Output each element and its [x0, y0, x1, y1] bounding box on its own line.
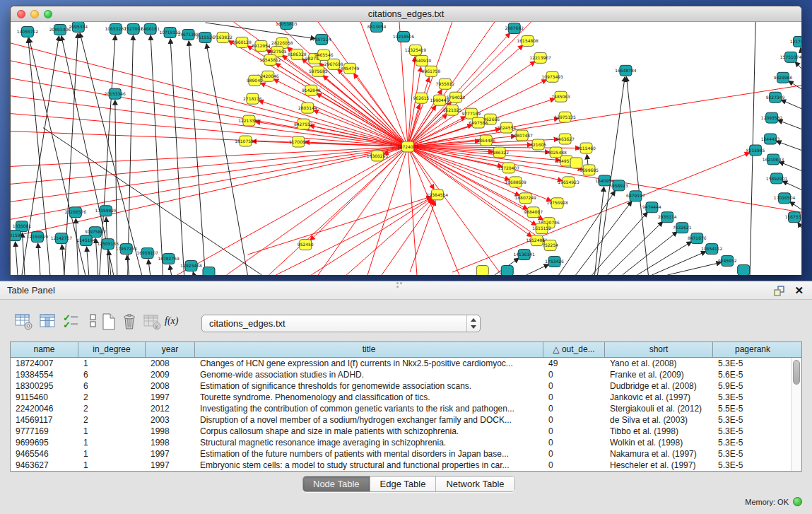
table-row[interactable]: 946362711997Embryonic stem cells: a mode… [11, 460, 801, 471]
float-panel-icon[interactable] [773, 285, 786, 297]
graph-edge [170, 39, 184, 275]
graph-edge [779, 162, 801, 171]
graph-node-label: 6879197 [626, 194, 645, 199]
graph-node-label: 14055712 [17, 29, 39, 34]
column-header[interactable]: short [605, 342, 713, 357]
vertical-scrollbar[interactable] [791, 358, 801, 471]
graph-node-label: 2935114 [658, 214, 677, 219]
table-mode-icon[interactable] [14, 312, 34, 332]
graph-node-label: 10973493 [541, 74, 563, 79]
graph-edge [777, 120, 801, 129]
graph-node-label: 16543812 [259, 57, 281, 62]
table-row[interactable]: 1938455462009Genome-wide association stu… [11, 369, 801, 380]
table-row[interactable]: 977716911998Corpus callosum shape and si… [11, 426, 801, 437]
graph-node-label: 15720407 [498, 165, 520, 170]
table-selector-value: citations_edges.txt [209, 318, 286, 329]
column-header[interactable]: △ out_de... [543, 342, 605, 357]
table-row[interactable]: 911546021997Tourette syndrome. Phenomeno… [11, 392, 801, 403]
graph-node-label: 7632621 [673, 225, 692, 230]
graph-node-label: 9465546 [314, 52, 334, 57]
splitter-grip-icon[interactable] [396, 281, 406, 286]
close-panel-icon[interactable]: ✕ [794, 284, 804, 297]
graph-node-label: 9474444 [642, 204, 661, 209]
table-cell: 19384554 [11, 369, 78, 380]
graph-node-label: 9884067 [524, 209, 543, 214]
graph-node-label: 8215955 [746, 148, 765, 153]
table-cell: Jankovic et al. (1997) [605, 392, 713, 403]
graph-edge [382, 200, 434, 275]
graph-node-label: 9463627 [555, 136, 575, 141]
table-row[interactable]: 1456911722003Disruption of a novel membe… [11, 414, 801, 426]
table-selector-dropdown[interactable]: citations_edges.txt [201, 315, 481, 332]
function-builder-icon[interactable]: f(x) [165, 312, 189, 332]
graph-node-label: 952450 [298, 242, 314, 247]
graph-node[interactable] [203, 267, 215, 275]
zoom-window-button[interactable] [44, 10, 52, 18]
graph-edge [667, 262, 721, 275]
graph-edge [622, 232, 677, 275]
column-visibility-icon[interactable] [38, 312, 58, 332]
minimize-window-button[interactable] [30, 10, 39, 18]
table-cell: 9777169 [11, 426, 78, 437]
table-row[interactable]: 1830029562008Estimation of significance … [11, 380, 801, 392]
memory-status-label: Memory: OK [745, 498, 789, 506]
column-header[interactable]: in_degree [78, 342, 146, 357]
graph-edge [109, 250, 111, 275]
column-header[interactable]: name [11, 342, 78, 357]
tab-edge-table[interactable]: Edge Table [370, 477, 437, 491]
table-cell: Investigating the contribution of common… [195, 403, 543, 414]
graph-node-label: 1527002 [124, 26, 143, 31]
graph-node-label: 20206576 [65, 209, 87, 214]
table-cell: 5.3E-5 [713, 426, 792, 437]
column-header[interactable]: title [195, 342, 543, 357]
column-header[interactable]: year [146, 342, 195, 357]
graph-node-label: 1364486 [476, 138, 495, 143]
column-header[interactable]: pagerank [713, 342, 792, 357]
graph-edge [318, 22, 408, 147]
graph-node-label: 1145194 [77, 238, 96, 243]
new-column-icon[interactable] [99, 312, 119, 332]
graph-edge [526, 264, 549, 275]
scrollbar-thumb[interactable] [793, 360, 800, 385]
table-row[interactable]: 1872400712008Changes of HCN gene express… [11, 358, 801, 369]
graph-node-label: 20153346 [105, 91, 126, 96]
graph-node-label: 2803144 [298, 105, 317, 110]
desktop-background: citations_edges.txt 14055712208914062095… [0, 0, 812, 281]
table-cell: 2 [78, 414, 146, 426]
graph-node-label: 12213967 [529, 55, 551, 60]
graph-node-label: 9699695 [579, 168, 599, 173]
close-window-button[interactable] [17, 10, 25, 18]
table-cell: Wolkin et al. (1998) [605, 437, 713, 448]
table-cell: 1 [78, 448, 146, 460]
graph-node-label: 7163822 [213, 35, 233, 40]
graph-node-label: 10807487 [512, 133, 534, 138]
graph-node-label: 10025488 [545, 150, 567, 155]
graph-node-label: 962615 [413, 95, 430, 100]
graph-node-label: 18300295 [367, 153, 389, 158]
graph-node-label: 14136141 [513, 252, 535, 257]
tab-network-table[interactable]: Network Table [436, 477, 514, 491]
table-cell: 0 [543, 448, 605, 460]
graph-node-label: 28226058 [271, 40, 293, 45]
row-selection-icon[interactable]: ✓ ✓ [62, 312, 82, 332]
tab-node-table[interactable]: Node Table [303, 477, 370, 491]
table-row[interactable]: 946554611997Estimation of the future num… [11, 448, 801, 460]
table-row[interactable]: 2242004622012Investigating the contribut… [11, 403, 801, 414]
graph-edge [777, 141, 801, 151]
graph-node[interactable] [501, 266, 513, 275]
table-cell: 18300295 [11, 380, 78, 392]
graph-edge [318, 147, 408, 275]
graph-node[interactable] [738, 265, 750, 275]
graph-edge [226, 147, 408, 275]
network-window[interactable]: citations_edges.txt 14055712208914062095… [10, 6, 802, 275]
graph-edge [795, 62, 801, 68]
delete-table-icon[interactable]: x [143, 312, 163, 332]
network-graph-canvas[interactable]: 1405571220891406209533410653287152700264… [11, 22, 801, 275]
delete-column-icon[interactable] [120, 312, 140, 332]
window-titlebar[interactable]: citations_edges.txt [11, 6, 801, 22]
table-cell: Changes of HCN gene expression and I(f) … [195, 358, 543, 369]
graph-edge [576, 201, 632, 275]
graph-node-label: 7485063 [551, 94, 570, 99]
graph-node[interactable] [476, 266, 488, 275]
table-row[interactable]: 969969511998Structural magnetic resonanc… [11, 437, 801, 448]
